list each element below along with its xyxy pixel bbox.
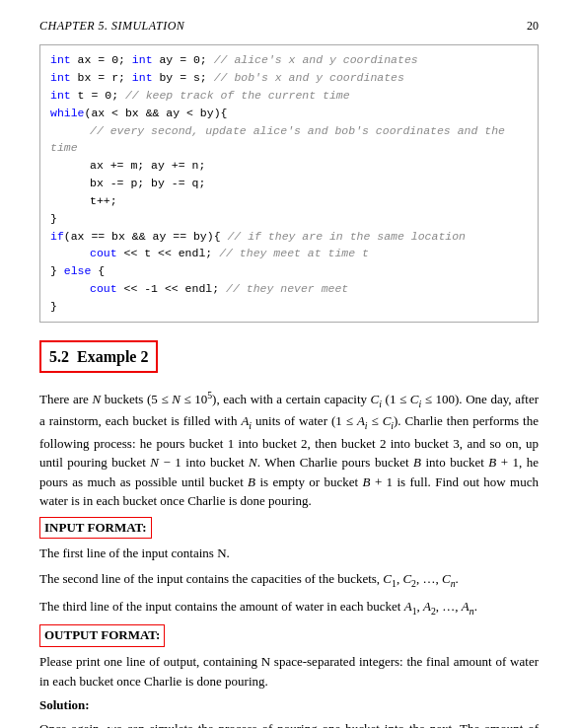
input-format-wrapper: INPUT FORMAT: bbox=[39, 517, 539, 542]
input-format-label: INPUT FORMAT: bbox=[39, 517, 152, 540]
input-line-3: The third line of the input contains the… bbox=[39, 597, 539, 619]
output-format-label: OUTPUT FORMAT: bbox=[39, 624, 165, 647]
solution-label: Solution: bbox=[39, 697, 90, 712]
section-number-title: 5.2 Example 2 bbox=[49, 348, 148, 365]
paragraph-1: There are N buckets (5 ≤ N ≤ 105), each … bbox=[39, 389, 539, 511]
input-line-2: The second line of the input contains th… bbox=[39, 569, 539, 591]
chapter-title: CHAPTER 5. SIMULATION bbox=[39, 18, 184, 35]
section-heading: 5.2 Example 2 bbox=[39, 340, 158, 373]
page-number: 20 bbox=[527, 18, 539, 35]
solution-label-wrapper: Solution: bbox=[39, 696, 539, 715]
section-heading-wrapper: 5.2 Example 2 bbox=[39, 336, 539, 381]
section-number: 5.2 bbox=[49, 348, 69, 365]
input-line-1: The first line of the input contains N. bbox=[39, 544, 539, 563]
code-block-1: int ax = 0; int ay = 0; // alice's x and… bbox=[39, 44, 539, 322]
output-format-wrapper: OUTPUT FORMAT: bbox=[39, 624, 539, 649]
output-line-1: Please print one line of output, contain… bbox=[39, 652, 539, 691]
solution-text: Once again, we can simulate the process … bbox=[39, 719, 539, 728]
page-header: CHAPTER 5. SIMULATION 20 bbox=[39, 18, 539, 35]
section-title: Example 2 bbox=[77, 348, 148, 365]
